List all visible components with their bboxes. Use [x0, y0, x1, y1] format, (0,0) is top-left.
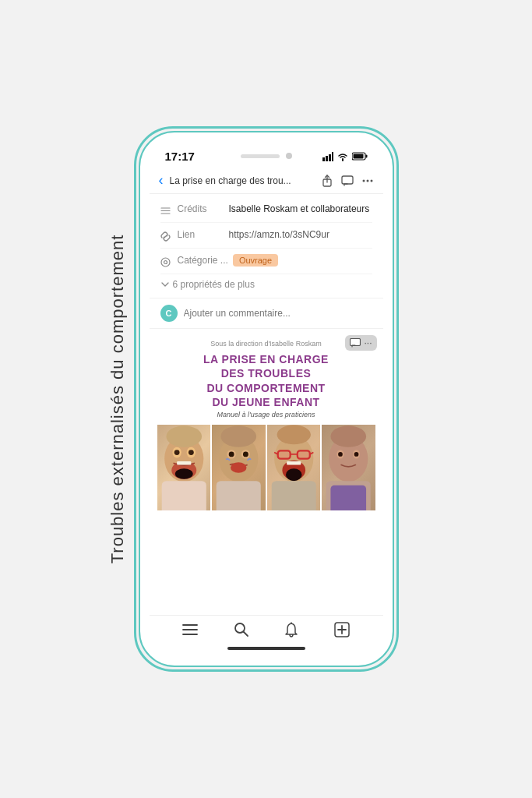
- svg-point-25: [174, 468, 192, 479]
- credits-value: Isabelle Roskam et collaborateurs: [229, 203, 372, 214]
- svg-point-22: [174, 450, 179, 455]
- nav-list-icon[interactable]: [182, 623, 198, 637]
- phone-screen: 17:17: [150, 142, 383, 656]
- svg-point-34: [231, 462, 247, 473]
- link-value[interactable]: https://amzn.to/3sNC9ur: [229, 229, 372, 240]
- svg-point-52: [338, 452, 343, 457]
- bottom-nav: [150, 615, 383, 641]
- svg-point-53: [354, 452, 359, 457]
- svg-point-16: [161, 258, 170, 267]
- svg-rect-8: [342, 176, 353, 184]
- svg-point-27: [166, 425, 202, 447]
- book-sub-title: Manuel à l'usage des praticiens: [217, 411, 315, 418]
- credits-row: Crédits Isabelle Roskam et collaborateur…: [160, 197, 372, 223]
- link-label: Lien: [178, 229, 224, 240]
- book-main-title: La prise en charge des troubles du compo…: [203, 352, 329, 409]
- book-director-label: Sous la direction d'Isabelle Roskam: [210, 340, 321, 348]
- home-bar: [227, 647, 305, 650]
- home-indicator: [150, 641, 383, 656]
- svg-rect-18: [351, 339, 361, 346]
- notch: [227, 148, 305, 164]
- battery-icon: [352, 152, 368, 161]
- svg-rect-39: [277, 450, 290, 458]
- back-button[interactable]: ‹: [159, 172, 164, 189]
- svg-rect-28: [161, 481, 206, 510]
- credits-icon: [160, 204, 173, 216]
- more-icon[interactable]: [361, 174, 374, 187]
- status-icons: [322, 152, 368, 161]
- svg-rect-26: [177, 461, 191, 465]
- category-value: Ouvrage: [233, 255, 372, 266]
- wifi-icon: [337, 152, 348, 161]
- child-face-1: [157, 425, 211, 510]
- book-preview: ··· Sous la direction d'Isabelle Roskam …: [150, 329, 383, 615]
- svg-point-45: [285, 468, 301, 481]
- property-section: Crédits Isabelle Roskam et collaborateur…: [150, 194, 383, 298]
- credits-label: Crédits: [178, 203, 224, 214]
- svg-rect-1: [326, 156, 328, 161]
- signal-icon: [322, 152, 333, 161]
- book-content: Sous la direction d'Isabelle Roskam La p…: [150, 329, 383, 510]
- link-row: Lien https://amzn.to/3sNC9ur: [160, 223, 372, 249]
- svg-rect-5: [353, 154, 363, 159]
- svg-point-49: [330, 425, 366, 447]
- child-face-3: [267, 425, 321, 510]
- svg-point-9: [362, 180, 365, 182]
- svg-point-11: [370, 180, 372, 182]
- nav-search-icon[interactable]: [234, 622, 249, 637]
- svg-point-32: [229, 451, 234, 457]
- svg-rect-47: [271, 481, 315, 510]
- svg-rect-55: [330, 486, 366, 510]
- svg-rect-3: [332, 152, 333, 161]
- status-bar: 17:17: [150, 142, 383, 168]
- svg-point-33: [243, 451, 248, 457]
- category-icon: [160, 256, 173, 267]
- status-time: 17:17: [165, 150, 195, 163]
- svg-rect-40: [297, 450, 309, 458]
- category-label: Catégorie ...: [178, 255, 228, 266]
- link-icon: [160, 230, 173, 242]
- preview-more-icon[interactable]: ···: [364, 337, 372, 348]
- front-camera: [286, 153, 292, 159]
- svg-rect-6: [365, 155, 367, 158]
- page-side-title: Troubles externalisés du comportement: [107, 235, 128, 564]
- svg-point-35: [220, 425, 256, 447]
- svg-point-38: [277, 425, 310, 444]
- svg-rect-36: [217, 481, 261, 510]
- browser-nav-icons: [321, 174, 374, 187]
- svg-rect-2: [329, 154, 331, 161]
- svg-rect-0: [322, 157, 325, 161]
- svg-point-23: [188, 450, 193, 455]
- comment-section: C: [150, 298, 383, 329]
- category-tag[interactable]: Ouvrage: [233, 254, 278, 267]
- category-row: Catégorie ... Ouvrage: [160, 249, 372, 274]
- svg-line-60: [243, 632, 248, 637]
- comment-icon[interactable]: [341, 174, 354, 187]
- book-images: [157, 425, 375, 510]
- share-icon[interactable]: [321, 174, 333, 187]
- svg-rect-46: [287, 461, 301, 465]
- phone-inner-border: 17:17: [139, 131, 394, 667]
- comment-avatar: C: [160, 305, 178, 322]
- content-area: Crédits Isabelle Roskam et collaborateur…: [150, 194, 383, 656]
- svg-point-17: [164, 261, 167, 264]
- speaker-slot: [241, 154, 280, 158]
- more-props-label: 6 propriétés de plus: [173, 279, 255, 290]
- svg-point-10: [366, 180, 368, 182]
- nav-bell-icon[interactable]: [284, 622, 298, 637]
- preview-comment-icon[interactable]: [350, 337, 361, 348]
- page-title-bar: La prise en charge des trou...: [170, 175, 315, 186]
- phone-mockup: 17:17: [134, 126, 399, 672]
- child-face-4: [322, 425, 375, 510]
- browser-nav-bar: ‹ La prise en charge des trou...: [150, 168, 383, 194]
- nav-add-icon[interactable]: [334, 622, 350, 637]
- child-face-2: [212, 425, 266, 510]
- comment-input[interactable]: [184, 308, 372, 319]
- book-preview-toolbar: ···: [345, 335, 376, 351]
- more-properties[interactable]: 6 propriétés de plus: [160, 274, 372, 295]
